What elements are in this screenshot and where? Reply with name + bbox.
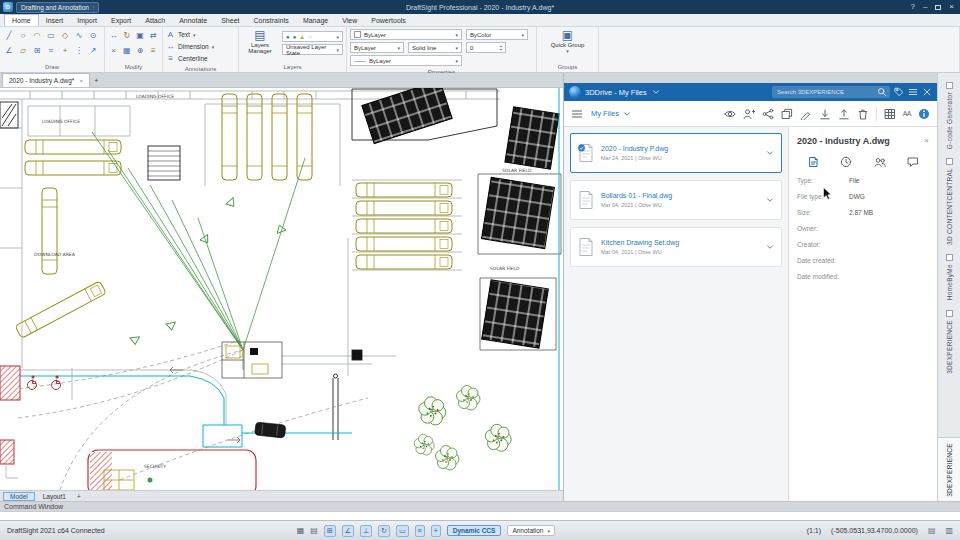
modify-tool-icon[interactable]: ↔ xyxy=(108,29,119,42)
text-size-icon[interactable]: AA xyxy=(903,110,911,117)
draw-tool-icon[interactable]: ○ xyxy=(17,29,29,42)
info-icon[interactable] xyxy=(918,108,930,120)
tab-constraints[interactable]: Constraints xyxy=(246,14,295,26)
rail-item-3dexperience[interactable]: 3DEXPERIENCE xyxy=(946,310,953,374)
status-tool-icon[interactable]: ▤ xyxy=(310,526,318,535)
draw-tool-icon[interactable]: ◠ xyxy=(31,29,43,42)
tag-icon[interactable] xyxy=(894,87,904,97)
download-icon[interactable] xyxy=(819,108,831,120)
tab-collaborators-icon[interactable] xyxy=(874,156,886,168)
line-pattern-dropdown[interactable]: Solid line ▾ xyxy=(408,42,462,53)
modify-tool-icon[interactable]: ⇄ xyxy=(148,29,159,42)
line-color-dropdown[interactable]: ByLayer ▾ xyxy=(350,29,462,40)
dimension-tool-button[interactable]: ↔ Dimension ▾ xyxy=(166,41,235,52)
modify-tool-icon[interactable]: ▣ xyxy=(135,29,146,42)
help-button[interactable]: ? xyxy=(910,3,914,11)
angle-toggle-icon[interactable]: ∠ xyxy=(342,525,354,537)
etrack-toggle-icon[interactable]: ≡ xyxy=(415,525,425,537)
draw-tool-icon[interactable]: ▱ xyxy=(17,44,29,57)
line-weight-dropdown[interactable]: —— ByLayer ▾ xyxy=(350,55,462,66)
draw-tool-icon[interactable]: ⊞ xyxy=(31,44,43,57)
tab-model[interactable]: Model xyxy=(3,492,35,501)
hatch-color-dropdown[interactable]: ByColor ▾ xyxy=(466,29,528,40)
tab-attach[interactable]: Attach xyxy=(138,14,172,26)
tab-powertools[interactable]: Powertools xyxy=(364,14,413,26)
file-item[interactable]: 2020 - Industry P.dwg Mar 24, 2021 | Obs… xyxy=(570,133,782,173)
quick-group-button[interactable]: ▣ Quick Group ▾ xyxy=(550,29,586,63)
close-button[interactable]: × xyxy=(949,3,954,11)
copy-icon[interactable] xyxy=(781,108,793,120)
rail-item-contentcentral[interactable]: 3D CONTENTCENTRAL xyxy=(946,158,953,245)
eye-icon[interactable] xyxy=(724,108,736,120)
modify-tool-icon[interactable]: ↻ xyxy=(121,29,132,42)
centerline-tool-button[interactable]: ≡ Centerline xyxy=(166,53,235,64)
chevron-down-icon[interactable] xyxy=(765,195,775,205)
draw-tool-icon[interactable]: + xyxy=(59,44,71,57)
chevron-down-icon[interactable] xyxy=(651,87,661,97)
share-icon[interactable] xyxy=(762,108,774,120)
trash-icon[interactable] xyxy=(857,108,869,120)
tab-view[interactable]: View xyxy=(335,14,364,26)
drawing-area[interactable]: LOADING OFFICE LOADING OFFICE DOWNLOAD A… xyxy=(0,88,563,490)
drawing-canvas[interactable]: LOADING OFFICE LOADING OFFICE DOWNLOAD A… xyxy=(0,88,563,490)
layer-state-dropdown[interactable]: Unsaved Layer State ▾ xyxy=(282,44,343,55)
command-input[interactable] xyxy=(0,511,960,520)
chevron-down-icon[interactable] xyxy=(765,242,775,252)
tab-annotate[interactable]: Annotate xyxy=(172,14,214,26)
new-tab-button[interactable]: + xyxy=(90,74,103,87)
status-tool-icon[interactable]: ▦ xyxy=(297,526,305,535)
close-details-icon[interactable]: × xyxy=(924,136,929,145)
edit-pencil-icon[interactable] xyxy=(800,108,812,120)
text-tool-button[interactable]: A Text ▾ xyxy=(166,29,235,40)
breadcrumb[interactable]: My Files xyxy=(591,109,632,119)
polar-toggle-icon[interactable]: ↻ xyxy=(378,525,390,537)
modify-tool-icon[interactable]: ≡ xyxy=(148,44,159,57)
search-box[interactable] xyxy=(772,86,890,98)
tab-home[interactable]: Home xyxy=(4,14,39,26)
file-item[interactable]: Bollards 01 - Final.dwg Mar 04, 2021 | O… xyxy=(570,180,782,220)
line-style-dropdown[interactable]: ByLayer ▾ xyxy=(350,42,404,53)
draw-tool-icon[interactable]: ∠ xyxy=(3,44,15,57)
draw-tool-icon[interactable]: ▭ xyxy=(45,29,57,42)
rail-item-gcode[interactable]: G-code Generator xyxy=(946,82,953,149)
snap-toggle-icon[interactable]: ⊞ xyxy=(324,525,336,537)
close-panel-icon[interactable] xyxy=(922,87,932,97)
tab-export[interactable]: Export xyxy=(104,14,138,26)
tab-import[interactable]: Import xyxy=(70,14,104,26)
upload-icon[interactable] xyxy=(838,108,850,120)
status-right-icon[interactable]: ▥ xyxy=(945,526,953,535)
tab-history-clock-icon[interactable] xyxy=(840,156,852,168)
search-icon[interactable] xyxy=(877,87,887,97)
add-user-icon[interactable] xyxy=(743,108,755,120)
draw-tool-icon[interactable]: ⋮ xyxy=(73,44,85,57)
grid-toggle-icon[interactable]: ▭ xyxy=(396,525,409,537)
minimize-button[interactable]: – xyxy=(923,3,927,11)
layer-color-dropdown[interactable]: ● ● ▲ ○ ▾ xyxy=(282,31,343,42)
transparency-stepper[interactable]: 0 ▴▾ xyxy=(466,42,506,53)
draw-tool-icon[interactable]: ≈ xyxy=(45,44,57,57)
status-right-icon[interactable]: ▤ xyxy=(928,526,936,535)
tab-manage[interactable]: Manage xyxy=(296,14,335,26)
draw-tool-icon[interactable]: ⊙ xyxy=(87,29,99,42)
rail-item-3dexperience-active[interactable]: 3DEXPERIENCE xyxy=(938,437,960,501)
file-item[interactable]: Kitchen Drawing Set.dwg Mar 04, 2021 | O… xyxy=(570,227,782,267)
draw-tool-icon[interactable]: ╱ xyxy=(3,29,15,42)
modify-tool-icon[interactable]: × xyxy=(108,44,119,57)
tab-comments-icon[interactable] xyxy=(907,156,919,168)
grid-view-icon[interactable] xyxy=(884,108,896,120)
hamburger-icon[interactable] xyxy=(571,108,583,120)
annotation-scale-dropdown[interactable]: Annotation ▾ xyxy=(507,525,555,536)
dynamic-ccs-button[interactable]: Dynamic CCS xyxy=(447,525,502,536)
stepper-arrows-icon[interactable]: ▴▾ xyxy=(500,44,502,51)
restore-button[interactable] xyxy=(935,5,941,10)
esnap-toggle-icon[interactable]: + xyxy=(431,525,441,537)
close-tab-icon[interactable]: × xyxy=(79,78,83,84)
workspace-dropdown[interactable]: Drafting and Annotation ▾ xyxy=(16,2,99,13)
document-tab[interactable]: 2020 - Industry A.dwg* × xyxy=(2,73,90,87)
menu-icon[interactable] xyxy=(908,87,918,97)
modify-tool-icon[interactable]: ⊕ xyxy=(135,44,146,57)
ortho-toggle-icon[interactable]: ⊥ xyxy=(360,525,372,537)
search-input[interactable] xyxy=(775,88,875,96)
draw-tool-icon[interactable]: ↗ xyxy=(87,44,99,57)
chevron-down-icon[interactable] xyxy=(765,148,775,158)
